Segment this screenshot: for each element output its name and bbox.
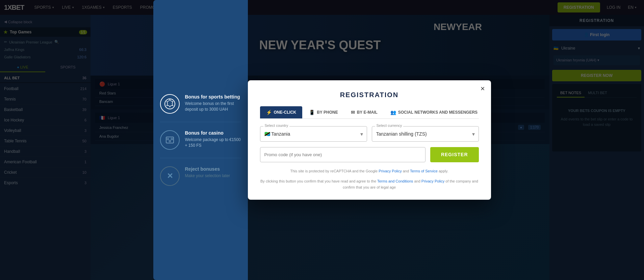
terms-of-service-link[interactable]: Terms of Service (410, 169, 438, 173)
email-icon: ✉ (351, 110, 355, 115)
currency-field: Select currency Tanzanian shilling (TZS) (372, 126, 479, 142)
reject-title: Reject bonuses (185, 166, 230, 172)
svg-point-4 (169, 140, 171, 142)
tab-by-email[interactable]: ✉ BY E-MAIL (345, 106, 384, 118)
privacy-policy2-link[interactable]: Privacy Policy (421, 179, 444, 183)
modal-tabs: ⚡ ONE-CLICK 📱 BY PHONE ✉ BY E-MAIL 👥 SOC… (260, 106, 479, 119)
phone-icon: 📱 (309, 110, 315, 115)
promo-code-input[interactable] (260, 147, 426, 162)
svg-point-2 (167, 138, 169, 140)
sports-bonus-desc: Welcome bonus on the first deposit up to… (185, 101, 241, 112)
currency-label: Select currency (375, 123, 404, 128)
country-label: Select country (263, 123, 290, 128)
terms-conditions-link[interactable]: Terms and Conditions (377, 179, 413, 183)
tab-one-click[interactable]: ⚡ ONE-CLICK (260, 106, 303, 118)
bolt-icon: ⚡ (266, 110, 272, 115)
sports-bonus-item[interactable]: Bonus for sports betting Welcome bonus o… (160, 94, 241, 122)
modal-overlay[interactable]: Bonus for sports betting Welcome bonus o… (0, 0, 644, 280)
modal-close-button[interactable]: × (481, 85, 485, 92)
register-button[interactable]: REGISTER (430, 147, 479, 162)
tab-social[interactable]: 👥 SOCIAL NETWORKS AND MESSENGERS (384, 106, 484, 118)
country-field: Select country 🇹🇿 Tanzania (260, 126, 367, 142)
social-icon: 👥 (390, 110, 396, 115)
modal-fields: Select country 🇹🇿 Tanzania Select curren… (260, 126, 479, 142)
reject-bonus-icon: ✕ (160, 166, 180, 186)
country-select[interactable]: 🇹🇿 Tanzania (260, 126, 367, 142)
promo-register-row: REGISTER (260, 147, 479, 162)
casino-bonus-title: Bonus for casino (185, 130, 241, 136)
registration-modal: × REGISTRATION ⚡ ONE-CLICK 📱 BY PHONE ✉ … (248, 80, 491, 200)
reject-bonus-item[interactable]: ✕ Reject bonuses Make your selection lat… (160, 166, 241, 186)
bonus-panel: Bonus for sports betting Welcome bonus o… (153, 0, 248, 280)
modal-title: REGISTRATION (260, 91, 479, 99)
casino-bonus-desc: Welcome package up to €1500 + 150 FS (185, 137, 241, 148)
casino-bonus-item[interactable]: Bonus for casino Welcome package up to €… (160, 130, 241, 158)
casino-bonus-icon (160, 130, 180, 150)
sports-bonus-title: Bonus for sports betting (185, 94, 241, 100)
reject-desc: Make your selection later (185, 173, 230, 179)
privacy-policy-link[interactable]: Privacy Policy (379, 169, 402, 173)
tab-by-phone[interactable]: 📱 BY PHONE (303, 106, 344, 118)
sports-bonus-icon (160, 94, 180, 114)
currency-select[interactable]: Tanzanian shilling (TZS) (372, 126, 479, 142)
svg-point-3 (171, 138, 173, 140)
recaptcha-text: This site is protected by reCAPTCHA and … (260, 168, 479, 174)
terms-text: By clicking this button you confirm that… (260, 178, 479, 190)
